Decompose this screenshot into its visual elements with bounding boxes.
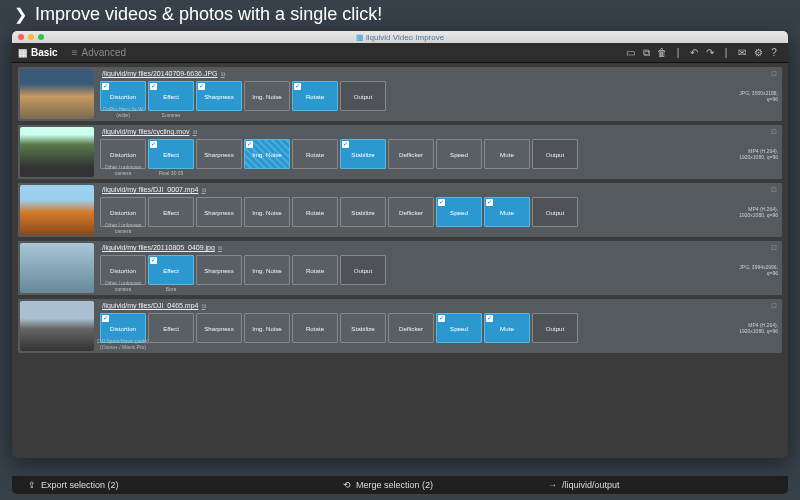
effect-node-effect[interactable]: ✓EffectBora bbox=[148, 255, 194, 285]
effect-node-mute[interactable]: ✓Mute bbox=[484, 197, 530, 227]
camera-info: Other / unknown camera bbox=[97, 280, 150, 292]
check-icon: ✓ bbox=[438, 315, 445, 322]
clip-thumbnail[interactable] bbox=[20, 185, 94, 235]
effect-node-distortion[interactable]: DistortionOther / unknown camera bbox=[100, 197, 146, 227]
effect-label: Sharpness bbox=[204, 209, 234, 216]
effect-node-distortion[interactable]: DistortionOther / unknown camera bbox=[100, 255, 146, 285]
effect-node-output[interactable]: Output bbox=[532, 197, 578, 227]
camera-info: DJI Spark/Mavic (wide) (Osmo+ / Mavic Pr… bbox=[97, 338, 150, 350]
effect-node-output[interactable]: Output bbox=[532, 139, 578, 169]
clip-thumbnail[interactable] bbox=[20, 301, 94, 351]
effect-node-imgnoise[interactable]: Img. Noise bbox=[244, 197, 290, 227]
undo-icon[interactable]: ↶ bbox=[686, 47, 702, 58]
file-path[interactable]: /liquivid/my files/20140709-6636.JPG⧉ bbox=[100, 69, 780, 81]
effect-node-stabilize[interactable]: ✓Stabilize bbox=[340, 139, 386, 169]
effect-node-rotate[interactable]: ✓Rotate bbox=[292, 81, 338, 111]
effect-label: Stabilize bbox=[351, 209, 374, 216]
check-icon: ✓ bbox=[150, 141, 157, 148]
effect-row: DistortionOther / unknown cameraEffectSh… bbox=[100, 197, 780, 227]
effect-node-speed[interactable]: ✓Speed bbox=[436, 197, 482, 227]
effect-node-effect[interactable]: ✓EffectPixel 30 05 bbox=[148, 139, 194, 169]
gear-icon[interactable]: ⚙ bbox=[750, 47, 766, 58]
copy-path-icon[interactable]: ⧉ bbox=[218, 245, 222, 251]
effect-node-imgnoise[interactable]: Img. Noise bbox=[244, 313, 290, 343]
file-path[interactable]: /liquivid/my files/DJI_0465.mp4⧉ bbox=[100, 301, 780, 313]
output-meta: JPG, 3994x2996,q=96 bbox=[739, 264, 780, 277]
effect-node-rotate[interactable]: Rotate bbox=[292, 313, 338, 343]
copy-icon[interactable]: ⧉ bbox=[638, 47, 654, 59]
merge-selection-button[interactable]: ⟲ Merge selection (2) bbox=[268, 480, 508, 490]
track-grip-icon[interactable]: ⊡ bbox=[771, 70, 779, 78]
effect-node-distortion[interactable]: ✓DistortionGoPro Hero 3+ W (wide) bbox=[100, 81, 146, 111]
effect-label: Effect bbox=[163, 325, 179, 332]
track-grip-icon[interactable]: ⊡ bbox=[771, 128, 779, 136]
effect-label: Deflicker bbox=[399, 151, 423, 158]
effect-node-rotate[interactable]: Rotate bbox=[292, 197, 338, 227]
promo-text: Improve videos & photos with a single cl… bbox=[35, 4, 382, 25]
export-selection-button[interactable]: ⇪ Export selection (2) bbox=[12, 480, 268, 490]
copy-path-icon[interactable]: ⧉ bbox=[202, 303, 206, 309]
effect-node-distortion[interactable]: ✓DistortionDJI Spark/Mavic (wide) (Osmo+… bbox=[100, 313, 146, 343]
track-grip-icon[interactable]: ⊡ bbox=[771, 302, 779, 310]
effect-node-deflicker[interactable]: Deflicker bbox=[388, 139, 434, 169]
effect-node-stabilize[interactable]: Stabilize bbox=[340, 313, 386, 343]
effect-node-imgnoise[interactable]: Img. Noise bbox=[244, 255, 290, 285]
effect-node-effect[interactable]: ✓EffectSummer bbox=[148, 81, 194, 111]
file-path[interactable]: /liquivid/my files/20110805_0409.jpg⧉ bbox=[100, 243, 780, 255]
track-row[interactable]: /liquivid/my files/20110805_0409.jpg⧉Dis… bbox=[18, 241, 782, 295]
effect-node-deflicker[interactable]: Deflicker bbox=[388, 313, 434, 343]
track-row[interactable]: /liquivid/my files/20140709-6636.JPG⧉✓Di… bbox=[18, 67, 782, 121]
effect-node-sharpness[interactable]: ✓Sharpness bbox=[196, 81, 242, 111]
export-label: Export selection (2) bbox=[41, 480, 119, 490]
effect-node-rotate[interactable]: Rotate bbox=[292, 139, 338, 169]
track-grip-icon[interactable]: ⊡ bbox=[771, 186, 779, 194]
effect-node-effect[interactable]: Effect bbox=[148, 313, 194, 343]
copy-path-icon[interactable]: ⧉ bbox=[202, 187, 206, 193]
mode-basic[interactable]: ▦ Basic bbox=[18, 47, 58, 58]
effect-node-imgnoise[interactable]: ✓Img. Noise bbox=[244, 139, 290, 169]
track-row[interactable]: /liquivid/my files/DJI_0465.mp4⧉✓Distort… bbox=[18, 299, 782, 353]
file-path[interactable]: /liquivid/my files/DJI_0007.mp4⧉ bbox=[100, 185, 780, 197]
redo-icon[interactable]: ↷ bbox=[702, 47, 718, 58]
effect-node-mute[interactable]: ✓Mute bbox=[484, 313, 530, 343]
promo-headline: ❯ Improve videos & photos with a single … bbox=[0, 0, 800, 31]
copy-path-icon[interactable]: ⧉ bbox=[221, 71, 225, 77]
window-title: liquivid Video Improve bbox=[12, 33, 788, 42]
effect-node-output[interactable]: Output bbox=[532, 313, 578, 343]
file-path[interactable]: /liquivid/my files/cycling.mov⧉ bbox=[100, 127, 780, 139]
copy-path-icon[interactable]: ⧉ bbox=[193, 129, 197, 135]
effect-label: Effect bbox=[163, 93, 179, 100]
clip-thumbnail[interactable] bbox=[20, 69, 94, 119]
effect-node-output[interactable]: Output bbox=[340, 255, 386, 285]
output-path-button[interactable]: → /liquivid/output bbox=[508, 480, 788, 490]
mail-icon[interactable]: ✉ bbox=[734, 47, 750, 58]
effect-node-mute[interactable]: Mute bbox=[484, 139, 530, 169]
effect-node-sharpness[interactable]: Sharpness bbox=[196, 139, 242, 169]
check-icon: ✓ bbox=[438, 199, 445, 206]
track-grip-icon[interactable]: ⊡ bbox=[771, 244, 779, 252]
effect-node-deflicker[interactable]: Deflicker bbox=[388, 197, 434, 227]
effect-node-speed[interactable]: ✓Speed bbox=[436, 313, 482, 343]
effect-node-sharpness[interactable]: Sharpness bbox=[196, 313, 242, 343]
trash-icon[interactable]: 🗑 bbox=[654, 47, 670, 58]
effect-node-speed[interactable]: Speed bbox=[436, 139, 482, 169]
effect-node-imgnoise[interactable]: Img. Noise bbox=[244, 81, 290, 111]
effect-node-effect[interactable]: Effect bbox=[148, 197, 194, 227]
effect-label: Deflicker bbox=[399, 209, 423, 216]
effect-node-rotate[interactable]: Rotate bbox=[292, 255, 338, 285]
clip-thumbnail[interactable] bbox=[20, 243, 94, 293]
mode-advanced[interactable]: ≡ Advanced bbox=[72, 47, 126, 58]
effect-node-sharpness[interactable]: Sharpness bbox=[196, 255, 242, 285]
effect-label: Img. Noise bbox=[252, 267, 282, 274]
effect-node-output[interactable]: Output bbox=[340, 81, 386, 111]
track-row[interactable]: /liquivid/my files/DJI_0007.mp4⧉Distorti… bbox=[18, 183, 782, 237]
clip-thumbnail[interactable] bbox=[20, 127, 94, 177]
effect-node-stabilize[interactable]: Stabilize bbox=[340, 197, 386, 227]
effect-node-distortion[interactable]: DistortionOther / unknown camera bbox=[100, 139, 146, 169]
help-icon[interactable]: ? bbox=[766, 47, 782, 58]
arrow-right-icon: → bbox=[548, 480, 557, 490]
open-folder-icon[interactable]: ▭ bbox=[622, 47, 638, 58]
track-row[interactable]: /liquivid/my files/cycling.mov⧉Distortio… bbox=[18, 125, 782, 179]
track-body: /liquivid/my files/20110805_0409.jpg⧉Dis… bbox=[100, 243, 780, 293]
effect-node-sharpness[interactable]: Sharpness bbox=[196, 197, 242, 227]
